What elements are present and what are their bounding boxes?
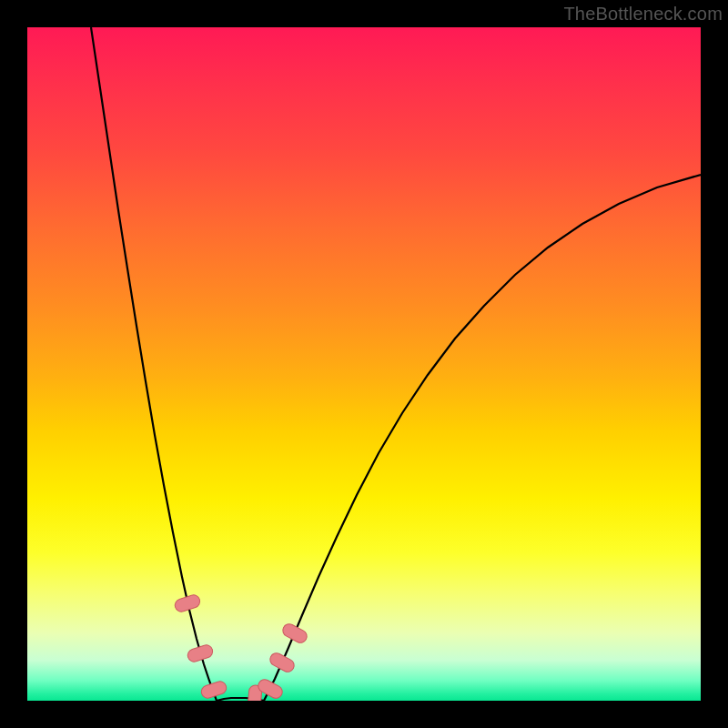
marker-dot [280, 622, 308, 645]
watermark-text: TheBottleneck.com [563, 4, 723, 25]
marker-dot [174, 593, 202, 613]
curve-left-descent [91, 27, 217, 701]
marker-dot [200, 680, 228, 700]
marker-group [174, 593, 309, 701]
curve-layer [27, 27, 701, 701]
marker-dot [268, 651, 296, 674]
marker-dot [256, 677, 284, 701]
curve-trough [217, 698, 264, 701]
marker-dot [248, 684, 262, 701]
plot-area [27, 27, 701, 701]
curve-right-ascent [264, 175, 701, 701]
marker-dot [187, 643, 215, 663]
chart-frame: TheBottleneck.com [0, 0, 728, 728]
